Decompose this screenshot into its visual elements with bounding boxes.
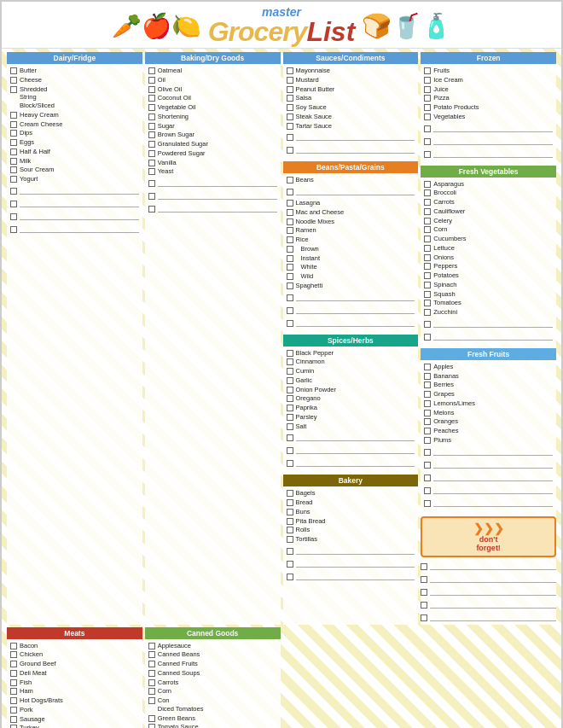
checkbox[interactable] — [10, 213, 17, 220]
checkbox[interactable] — [148, 95, 155, 102]
checkbox[interactable] — [10, 188, 17, 195]
checkbox[interactable] — [148, 670, 155, 677]
checkbox[interactable] — [287, 123, 293, 130]
checkbox[interactable] — [10, 166, 17, 173]
checkbox[interactable] — [148, 131, 155, 138]
checkbox[interactable] — [424, 334, 431, 341]
checkbox[interactable] — [287, 574, 293, 580]
checkbox[interactable] — [424, 300, 431, 306]
checkbox[interactable] — [424, 437, 431, 444]
checkbox[interactable] — [148, 724, 155, 728]
checkbox[interactable] — [148, 688, 155, 695]
checkbox[interactable] — [287, 320, 293, 327]
checkbox[interactable] — [287, 536, 293, 543]
checkbox[interactable] — [424, 114, 431, 120]
checkbox[interactable] — [10, 679, 17, 686]
checkbox[interactable] — [287, 282, 293, 289]
checkbox[interactable] — [287, 294, 293, 301]
checkbox[interactable] — [424, 400, 431, 407]
checkbox[interactable] — [10, 697, 17, 704]
checkbox[interactable] — [287, 414, 293, 421]
checkbox[interactable] — [421, 576, 427, 583]
checkbox[interactable] — [424, 428, 431, 434]
checkbox[interactable] — [148, 651, 155, 658]
checkbox[interactable] — [424, 487, 431, 494]
checkbox[interactable] — [148, 193, 155, 200]
checkbox[interactable] — [287, 447, 293, 454]
checkbox[interactable] — [424, 410, 431, 416]
checkbox[interactable] — [424, 263, 431, 270]
checkbox[interactable] — [10, 201, 17, 207]
checkbox[interactable] — [148, 114, 155, 120]
checkbox[interactable] — [10, 707, 17, 713]
checkbox[interactable] — [287, 104, 293, 111]
checkbox[interactable] — [424, 226, 431, 233]
checkbox[interactable] — [421, 614, 427, 621]
checkbox[interactable] — [287, 358, 293, 365]
checkbox[interactable] — [424, 462, 431, 469]
checkbox[interactable] — [287, 114, 293, 120]
checkbox[interactable] — [148, 104, 155, 111]
checkbox[interactable] — [287, 423, 293, 430]
checkbox[interactable] — [148, 180, 155, 187]
checkbox[interactable] — [287, 67, 293, 74]
checkbox[interactable] — [287, 387, 293, 393]
checkbox[interactable] — [148, 661, 155, 667]
checkbox[interactable] — [287, 255, 293, 262]
checkbox[interactable] — [424, 95, 431, 102]
checkbox[interactable] — [148, 123, 155, 130]
checkbox[interactable] — [424, 218, 431, 224]
checkbox[interactable] — [287, 77, 293, 84]
checkbox[interactable] — [287, 368, 293, 375]
checkbox[interactable] — [10, 688, 17, 695]
checkbox[interactable] — [424, 475, 431, 481]
checkbox[interactable] — [148, 715, 155, 722]
checkbox[interactable] — [287, 490, 293, 497]
checkbox[interactable] — [424, 500, 431, 507]
checkbox[interactable] — [424, 418, 431, 425]
checkbox[interactable] — [424, 208, 431, 215]
checkbox[interactable] — [10, 176, 17, 183]
checkbox[interactable] — [287, 134, 293, 141]
checkbox[interactable] — [424, 189, 431, 196]
checkbox[interactable] — [148, 697, 155, 704]
checkbox[interactable] — [424, 254, 431, 261]
checkbox[interactable] — [287, 200, 293, 207]
checkbox[interactable] — [424, 309, 431, 316]
checkbox[interactable] — [148, 206, 155, 213]
checkbox[interactable] — [424, 321, 431, 328]
checkbox[interactable] — [287, 350, 293, 357]
checkbox[interactable] — [10, 77, 17, 84]
checkbox[interactable] — [424, 77, 431, 84]
checkbox[interactable] — [424, 199, 431, 206]
checkbox[interactable] — [287, 561, 293, 568]
checkbox[interactable] — [287, 264, 293, 271]
checkbox[interactable] — [424, 181, 431, 188]
checkbox[interactable] — [287, 499, 293, 506]
checkbox[interactable] — [287, 147, 293, 154]
checkbox[interactable] — [10, 86, 17, 93]
checkbox[interactable] — [148, 77, 155, 84]
checkbox[interactable] — [287, 548, 293, 555]
checkbox[interactable] — [424, 291, 431, 298]
checkbox[interactable] — [424, 245, 431, 252]
checkbox[interactable] — [424, 125, 431, 132]
checkbox[interactable] — [10, 226, 17, 233]
checkbox[interactable] — [10, 670, 17, 677]
checkbox[interactable] — [287, 527, 293, 533]
checkbox[interactable] — [10, 130, 17, 137]
checkbox[interactable] — [148, 643, 155, 649]
checkbox[interactable] — [424, 364, 431, 370]
checkbox[interactable] — [10, 121, 17, 128]
checkbox[interactable] — [421, 602, 427, 609]
checkbox[interactable] — [10, 149, 17, 155]
checkbox[interactable] — [287, 189, 293, 195]
checkbox[interactable] — [424, 67, 431, 74]
checkbox[interactable] — [10, 716, 17, 723]
checkbox[interactable] — [10, 725, 17, 728]
checkbox[interactable] — [148, 150, 155, 157]
checkbox[interactable] — [10, 67, 17, 74]
checkbox[interactable] — [424, 86, 431, 93]
checkbox[interactable] — [10, 112, 17, 119]
checkbox[interactable] — [287, 395, 293, 402]
